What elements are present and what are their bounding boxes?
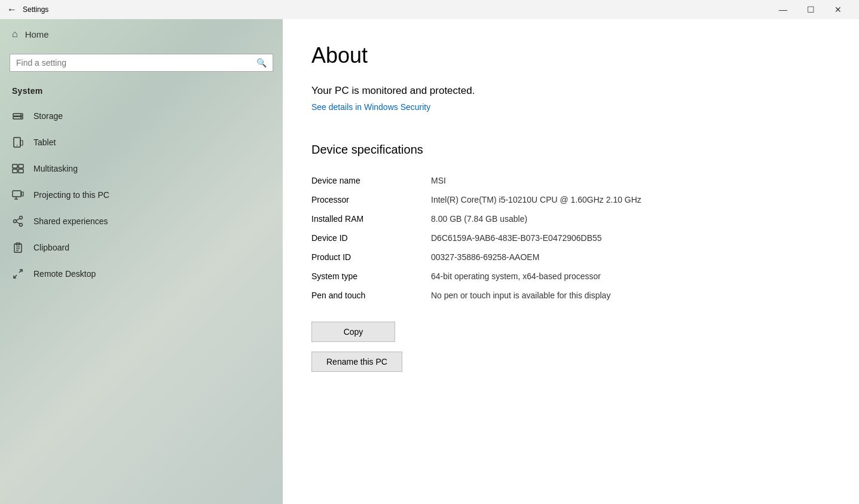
search-box[interactable]: 🔍 [10,54,273,72]
multitasking-icon [12,163,24,175]
tablet-label: Tablet [33,138,56,147]
table-row: Pen and touch No pen or touch input is a… [311,286,830,305]
svg-line-19 [16,222,20,224]
table-row: Installed RAM 8.00 GB (7.84 GB usable) [311,209,830,228]
clipboard-label: Clipboard [33,243,69,252]
svg-line-25 [14,275,17,278]
security-link[interactable]: See details in Windows Security [311,102,430,112]
svg-rect-10 [19,169,23,173]
svg-rect-12 [22,192,23,196]
search-icon: 🔍 [256,58,267,68]
home-nav[interactable]: ⌂ Home [0,19,283,49]
svg-rect-7 [13,164,17,168]
sidebar-item-clipboard[interactable]: Clipboard [0,234,283,261]
spec-value: Intel(R) Core(TM) i5-10210U CPU @ 1.60GH… [431,190,830,209]
shared-label: Shared experiences [33,216,108,226]
spec-value: 00327-35886-69258-AAOEM [431,248,830,267]
svg-rect-8 [19,164,23,168]
app-container: ⌂ Home 🔍 System Storage [0,19,859,504]
page-title: About [311,43,830,68]
maximize-button[interactable]: ☐ [797,0,824,19]
svg-line-18 [16,219,20,221]
spec-table: Device name MSI Processor Intel(R) Core(… [311,171,830,305]
remote-label: Remote Desktop [33,269,96,279]
clipboard-icon [12,242,24,253]
table-row: Device ID D6C6159A-9AB6-483E-B073-E04729… [311,228,830,248]
back-icon: ← [7,4,17,15]
storage-icon [12,110,24,122]
device-specs-heading: Device specifications [311,143,830,157]
table-row: Product ID 00327-35886-69258-AAOEM [311,248,830,267]
tablet-icon [12,136,24,148]
spec-label: Processor [311,190,431,209]
svg-point-15 [20,216,23,219]
rename-button[interactable]: Rename this PC [311,352,402,372]
sidebar: ⌂ Home 🔍 System Storage [0,19,283,504]
sidebar-item-projecting[interactable]: Projecting to this PC [0,182,283,208]
svg-point-17 [20,224,23,227]
spec-label: Device ID [311,228,431,248]
remote-icon [12,268,24,280]
search-input[interactable] [16,58,252,68]
projecting-label: Projecting to this PC [33,190,109,200]
svg-point-3 [20,117,22,118]
svg-rect-6 [20,140,23,145]
sidebar-item-multitasking[interactable]: Multitasking [0,155,283,182]
section-title: System [0,81,283,103]
table-row: System type 64-bit operating system, x64… [311,267,830,286]
home-label: Home [25,29,49,39]
spec-label: Installed RAM [311,209,431,228]
table-row: Processor Intel(R) Core(TM) i5-10210U CP… [311,190,830,209]
titlebar: ← Settings — ☐ ✕ [0,0,859,19]
svg-point-2 [20,114,22,115]
content-area: About Your PC is monitored and protected… [283,19,859,504]
spec-value: D6C6159A-9AB6-483E-B073-E0472906DB55 [431,228,830,248]
titlebar-title: Settings [23,5,48,14]
storage-label: Storage [33,111,63,121]
svg-rect-9 [13,169,17,173]
projecting-icon [12,189,24,201]
copy-button[interactable]: Copy [311,322,395,342]
svg-point-16 [14,220,17,223]
svg-line-26 [19,270,22,273]
spec-value: 64-bit operating system, x64-based proce… [431,267,830,286]
titlebar-controls: — ☐ ✕ [769,0,852,19]
multitasking-label: Multitasking [33,164,78,173]
security-status: Your PC is monitored and protected. [311,85,830,97]
sidebar-item-remote[interactable]: Remote Desktop [0,261,283,287]
table-row: Device name MSI [311,171,830,190]
spec-label: Product ID [311,248,431,267]
svg-rect-11 [13,191,21,197]
minimize-button[interactable]: — [769,0,797,19]
sidebar-item-shared[interactable]: Shared experiences [0,208,283,234]
home-icon: ⌂ [12,29,18,39]
close-button[interactable]: ✕ [824,0,852,19]
spec-label: System type [311,267,431,286]
sidebar-item-tablet[interactable]: Tablet [0,129,283,155]
sidebar-item-storage[interactable]: Storage [0,103,283,129]
shared-icon [12,215,24,227]
spec-label: Pen and touch [311,286,431,305]
spec-value: No pen or touch input is available for t… [431,286,830,305]
spec-value: MSI [431,171,830,190]
spec-label: Device name [311,171,431,190]
spec-value: 8.00 GB (7.84 GB usable) [431,209,830,228]
titlebar-left: ← Settings [7,4,48,15]
